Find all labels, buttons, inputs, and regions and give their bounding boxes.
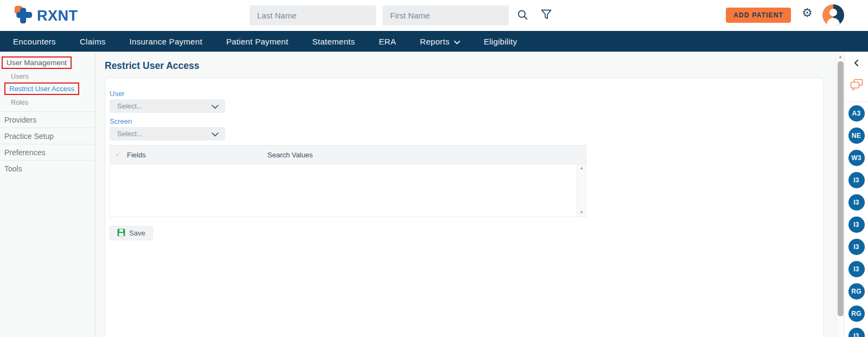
gear-icon[interactable]: ⚙	[802, 7, 813, 19]
fields-table-header: ✓ Fields Search Values	[110, 145, 586, 164]
fields-table: ✓ Fields Search Values ▲ ▼	[110, 145, 586, 217]
brand-text: RXNT	[37, 8, 78, 24]
nav-item-claims[interactable]: Claims	[68, 37, 118, 46]
sidebar-item-preferences[interactable]: Preferences	[0, 144, 95, 160]
top-header: RXNT ADD PATIENT ⚙	[0, 0, 868, 31]
annotation-highlight: Restrict User Access	[4, 82, 79, 95]
screen-field-label: Screen	[110, 117, 810, 125]
filter-icon[interactable]	[541, 9, 552, 22]
fields-table-body: ▲ ▼	[110, 164, 586, 217]
main-nav: Encounters Claims Insurance Payment Pati…	[0, 31, 868, 52]
scrollbar-thumb[interactable]	[838, 61, 844, 316]
last-name-input[interactable]	[250, 5, 376, 26]
nav-item-eligibility[interactable]: Eligibility	[472, 37, 529, 46]
sidebar-item-user-management[interactable]: User Management	[2, 56, 95, 69]
chevron-down-icon	[212, 129, 219, 139]
chat-badge[interactable]: I3	[848, 172, 865, 188]
divider	[845, 101, 868, 102]
scroll-down-icon[interactable]: ▼	[579, 211, 584, 215]
settings-sidebar: User Management Users Restrict User Acce…	[0, 53, 95, 337]
annotation-highlight: User Management	[2, 56, 72, 69]
search-icon[interactable]	[517, 9, 529, 23]
sidebar-item-practice-setup[interactable]: Practice Setup	[0, 128, 95, 144]
nav-item-insurance-payment[interactable]: Insurance Payment	[118, 37, 214, 46]
scroll-up-icon[interactable]: ▲	[837, 54, 844, 59]
save-button[interactable]: Save	[110, 226, 153, 240]
chat-badge[interactable]: W3	[848, 150, 865, 166]
chevron-down-icon	[454, 37, 460, 46]
content-area: User Management Users Restrict User Acce…	[0, 53, 868, 337]
chat-badge[interactable]: I3	[848, 217, 865, 233]
chat-badge[interactable]: A3	[848, 105, 865, 122]
rxnt-logo[interactable]: RXNT	[14, 5, 78, 26]
page-title: Restrict User Access	[105, 60, 836, 72]
nav-item-statements[interactable]: Statements	[300, 37, 367, 46]
first-name-input[interactable]	[382, 5, 509, 26]
table-scrollbar[interactable]: ▲ ▼	[577, 164, 586, 217]
nav-item-encounters[interactable]: Encounters	[1, 37, 68, 46]
page-scrollbar[interactable]: ▲	[836, 53, 844, 337]
column-header-fields: Fields	[127, 151, 267, 159]
collapse-chevron-icon[interactable]	[853, 59, 859, 67]
chevron-down-icon	[212, 101, 219, 111]
add-patient-button[interactable]: ADD PATIENT	[726, 8, 791, 23]
chat-badge[interactable]: NE	[848, 128, 865, 144]
right-rail: A3 NE W3 I3 I3 I3 I3 I3 RG RG I3	[844, 53, 868, 337]
nav-item-reports[interactable]: Reports	[408, 37, 472, 46]
select-all-check-icon[interactable]: ✓	[115, 151, 127, 158]
badge-list: A3 NE W3 I3 I3 I3 I3 I3 RG RG I3	[848, 105, 865, 337]
nav-item-era[interactable]: ERA	[367, 37, 408, 46]
main-panel: Restrict User Access User Select... Scre…	[95, 53, 836, 337]
sidebar-item-restrict-user-access[interactable]: Restrict User Access	[4, 82, 95, 95]
chat-badge[interactable]: RG	[848, 283, 865, 300]
chat-badge[interactable]: I3	[848, 328, 865, 337]
sidebar-item-roles[interactable]: Roles	[11, 99, 95, 106]
chat-badge[interactable]: I3	[848, 194, 865, 211]
nav-item-patient-payment[interactable]: Patient Payment	[214, 37, 301, 46]
restrict-access-card: User Select... Screen Select... ✓ Fields…	[105, 78, 824, 337]
user-field-label: User	[110, 90, 810, 98]
sidebar-item-tools[interactable]: Tools	[0, 161, 95, 176]
user-select[interactable]: Select...	[110, 99, 225, 113]
save-disk-icon	[117, 228, 125, 238]
rxnt-cross-icon	[14, 5, 33, 26]
column-header-search-values: Search Values	[267, 151, 313, 159]
screen-select[interactable]: Select...	[110, 127, 225, 141]
chat-badge[interactable]: I3	[848, 261, 865, 277]
avatar[interactable]	[822, 4, 844, 26]
scroll-up-icon[interactable]: ▲	[579, 166, 584, 170]
chat-icon[interactable]	[850, 79, 863, 93]
chat-badge[interactable]: RG	[848, 306, 865, 322]
sidebar-item-providers[interactable]: Providers	[0, 112, 95, 128]
chat-badge[interactable]: I3	[848, 239, 865, 255]
sidebar-item-users[interactable]: Users	[11, 73, 95, 80]
